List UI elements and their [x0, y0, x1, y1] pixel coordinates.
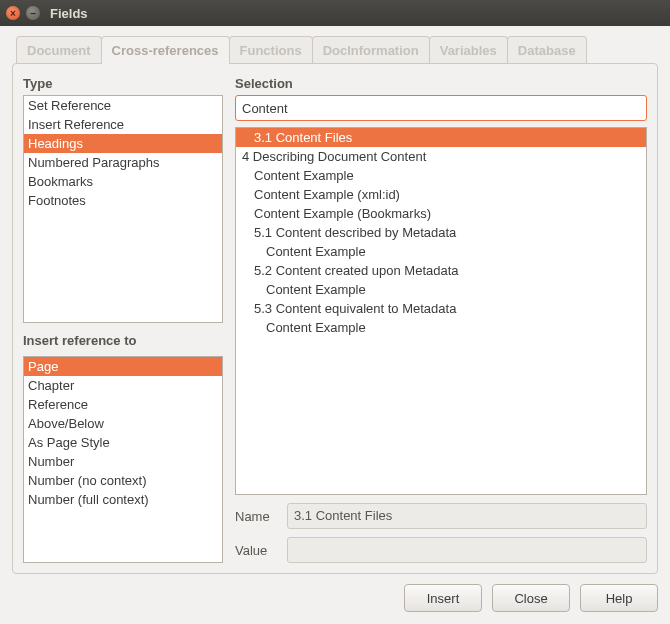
value-row: Value [235, 537, 647, 563]
help-button[interactable]: Help [580, 584, 658, 612]
selection-listbox[interactable]: 3.1 Content Files4 Describing Document C… [235, 127, 647, 495]
tab-functions[interactable]: Functions [229, 36, 313, 64]
selection-item[interactable]: Content Example [236, 280, 646, 299]
selection-item[interactable]: 3.1 Content Files [236, 128, 646, 147]
selection-item[interactable]: 4 Describing Document Content [236, 147, 646, 166]
type-item[interactable]: Set Reference [24, 96, 222, 115]
insert-ref-item[interactable]: Number (no context) [24, 471, 222, 490]
window-close-icon[interactable]: × [6, 6, 20, 20]
selection-item[interactable]: Content Example (Bookmarks) [236, 204, 646, 223]
type-item[interactable]: Insert Reference [24, 115, 222, 134]
insert-button[interactable]: Insert [404, 584, 482, 612]
tab-variables[interactable]: Variables [429, 36, 508, 64]
insert-reference-listbox[interactable]: PageChapterReferenceAbove/BelowAs Page S… [23, 356, 223, 563]
panel-grid: Type Set ReferenceInsert ReferenceHeadin… [23, 74, 647, 563]
selection-item[interactable]: Content Example [236, 166, 646, 185]
type-item[interactable]: Numbered Paragraphs [24, 153, 222, 172]
insert-reference-label: Insert reference to [23, 333, 223, 348]
type-label: Type [23, 76, 223, 91]
selection-item[interactable]: 5.1 Content described by Metadata [236, 223, 646, 242]
insert-ref-item[interactable]: Reference [24, 395, 222, 414]
titlebar: × – Fields [0, 0, 670, 26]
value-field [287, 537, 647, 563]
tab-document[interactable]: Document [16, 36, 102, 64]
selection-filter-input[interactable] [235, 95, 647, 121]
left-column: Type Set ReferenceInsert ReferenceHeadin… [23, 74, 223, 563]
selection-item[interactable]: Content Example [236, 318, 646, 337]
selection-label: Selection [235, 76, 647, 91]
selection-item[interactable]: Content Example (xml:id) [236, 185, 646, 204]
tab-database[interactable]: Database [507, 36, 587, 64]
close-button[interactable]: Close [492, 584, 570, 612]
type-item[interactable]: Headings [24, 134, 222, 153]
insert-ref-item[interactable]: Chapter [24, 376, 222, 395]
insert-ref-item[interactable]: Number [24, 452, 222, 471]
window-title: Fields [50, 6, 88, 21]
tab-cross-references[interactable]: Cross-references [101, 36, 230, 64]
insert-ref-item[interactable]: Number (full context) [24, 490, 222, 509]
name-field: 3.1 Content Files [287, 503, 647, 529]
type-item[interactable]: Bookmarks [24, 172, 222, 191]
selection-item[interactable]: 5.3 Content equivalent to Metadata [236, 299, 646, 318]
selection-item[interactable]: 5.2 Content created upon Metadata [236, 261, 646, 280]
right-column: Selection 3.1 Content Files4 Describing … [235, 74, 647, 563]
name-row: Name 3.1 Content Files [235, 503, 647, 529]
cross-references-panel: Type Set ReferenceInsert ReferenceHeadin… [12, 63, 658, 574]
insert-ref-item[interactable]: As Page Style [24, 433, 222, 452]
dialog-content: DocumentCross-referencesFunctionsDocInfo… [0, 26, 670, 624]
dialog-footer: Insert Close Help [12, 574, 658, 612]
insert-ref-item[interactable]: Above/Below [24, 414, 222, 433]
tab-bar: DocumentCross-referencesFunctionsDocInfo… [12, 36, 658, 64]
type-listbox[interactable]: Set ReferenceInsert ReferenceHeadingsNum… [23, 95, 223, 323]
value-label: Value [235, 543, 277, 558]
type-item[interactable]: Footnotes [24, 191, 222, 210]
name-label: Name [235, 509, 277, 524]
fields-dialog: × – Fields DocumentCross-referencesFunct… [0, 0, 670, 624]
window-minimize-icon[interactable]: – [26, 6, 40, 20]
tab-docinformation[interactable]: DocInformation [312, 36, 430, 64]
selection-item[interactable]: Content Example [236, 242, 646, 261]
insert-ref-item[interactable]: Page [24, 357, 222, 376]
